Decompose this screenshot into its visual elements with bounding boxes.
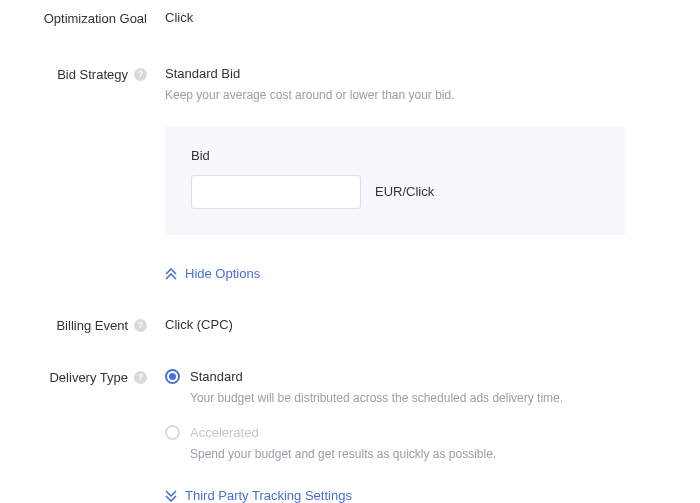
bid-strategy-row: Bid Strategy ? Standard Bid Keep your av… bbox=[0, 66, 700, 235]
radio-dot bbox=[169, 373, 176, 380]
bid-input[interactable] bbox=[191, 175, 361, 209]
help-icon[interactable]: ? bbox=[134, 68, 147, 81]
spacer bbox=[0, 263, 165, 264]
delivery-standard-option[interactable]: Standard bbox=[165, 369, 655, 384]
bid-strategy-label: Bid Strategy ? bbox=[0, 66, 165, 82]
billing-event-label-text: Billing Event bbox=[56, 318, 128, 333]
hide-options-row: Hide Options bbox=[0, 263, 700, 282]
bid-strategy-value: Standard Bid bbox=[165, 66, 240, 81]
hide-options-col: Hide Options bbox=[165, 263, 655, 282]
billing-event-value-col: Click (CPC) bbox=[165, 317, 655, 332]
optimization-goal-row: Optimization Goal Click bbox=[0, 10, 700, 26]
radio-unselected-icon bbox=[165, 425, 180, 440]
optimization-goal-label: Optimization Goal bbox=[0, 10, 165, 26]
hide-options-label: Hide Options bbox=[185, 266, 260, 281]
billing-event-label: Billing Event ? bbox=[0, 317, 165, 333]
radio-selected-icon bbox=[165, 369, 180, 384]
bid-input-row: EUR/Click bbox=[191, 175, 599, 209]
delivery-standard-block: Standard Your budget will be distributed… bbox=[165, 369, 655, 407]
billing-event-value: Click (CPC) bbox=[165, 317, 233, 332]
billing-event-row: Billing Event ? Click (CPC) bbox=[0, 317, 700, 333]
delivery-type-row: Delivery Type ? Standard Your budget wil… bbox=[0, 369, 700, 503]
help-icon[interactable]: ? bbox=[134, 319, 147, 332]
bid-unit: EUR/Click bbox=[375, 184, 434, 199]
bid-strategy-value-col: Standard Bid Keep your average cost arou… bbox=[165, 66, 655, 235]
delivery-accelerated-option: Accelerated bbox=[165, 425, 655, 440]
delivery-type-label: Delivery Type ? bbox=[0, 369, 165, 385]
optimization-goal-value-col: Click bbox=[165, 10, 655, 25]
bid-strategy-desc: Keep your average cost around or lower t… bbox=[165, 87, 655, 104]
delivery-type-label-text: Delivery Type bbox=[49, 370, 128, 385]
delivery-standard-label: Standard bbox=[190, 369, 243, 384]
third-party-tracking-label: Third Party Tracking Settings bbox=[185, 488, 352, 503]
delivery-standard-desc: Your budget will be distributed across t… bbox=[190, 390, 655, 407]
third-party-tracking-button[interactable]: Third Party Tracking Settings bbox=[165, 488, 352, 503]
delivery-type-value-col: Standard Your budget will be distributed… bbox=[165, 369, 655, 503]
bid-title: Bid bbox=[191, 148, 599, 163]
chevron-up-double-icon bbox=[165, 268, 177, 280]
help-icon[interactable]: ? bbox=[134, 371, 147, 384]
delivery-accelerated-label: Accelerated bbox=[190, 425, 259, 440]
optimization-goal-label-text: Optimization Goal bbox=[44, 11, 147, 26]
hide-options-button[interactable]: Hide Options bbox=[165, 266, 260, 281]
optimization-goal-value: Click bbox=[165, 10, 193, 25]
bid-panel: Bid EUR/Click bbox=[165, 126, 625, 235]
chevron-down-double-icon bbox=[165, 490, 177, 502]
delivery-accelerated-desc: Spend your budget and get results as qui… bbox=[190, 446, 655, 463]
delivery-accelerated-block: Accelerated Spend your budget and get re… bbox=[165, 425, 655, 463]
ad-settings-form: Optimization Goal Click Bid Strategy ? S… bbox=[0, 0, 700, 503]
bid-strategy-label-text: Bid Strategy bbox=[57, 67, 128, 82]
